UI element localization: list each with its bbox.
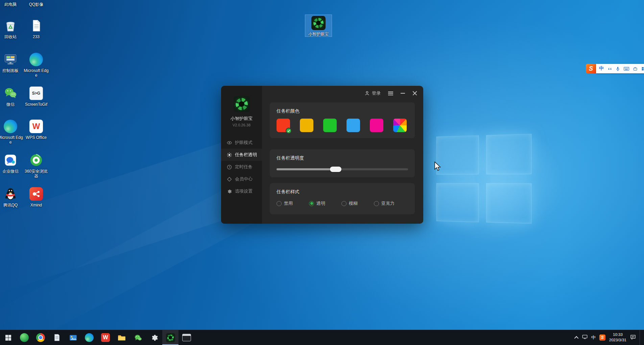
sidebar-item-scheduled-tasks[interactable]: 定时任务 — [221, 161, 262, 173]
eyeguard-app-icon — [166, 333, 175, 342]
desktop-icon-recycle-bin[interactable]: 回收站 — [0, 18, 24, 39]
sogou-logo-icon[interactable]: S — [586, 64, 596, 73]
taskbar-icon-console[interactable] — [178, 330, 195, 345]
ime-mode-indicator[interactable]: 中 — [599, 66, 604, 72]
tray-sogou-icon[interactable]: S — [599, 335, 605, 341]
sidebar-item-taskbar-transparent[interactable]: 任务栏透明 — [221, 149, 262, 161]
taskbar-style-section: 任务栏样式 禁用 透明 模糊 亚克力 — [270, 183, 415, 214]
desktop-icon-xmind[interactable]: Xmind — [23, 187, 50, 207]
sogou-brand-letter: S — [589, 65, 593, 72]
taskbar-icon-wps[interactable]: W — [97, 330, 114, 345]
sidebar-item-label: 护眼模式 — [235, 140, 253, 146]
360-browser-icon — [29, 153, 44, 168]
sun-icon — [227, 152, 232, 157]
desktop-icon-edge-2[interactable]: Microsoft Edge — [0, 119, 24, 145]
desktop-icon-label: 微信 — [0, 102, 24, 107]
desktop-icon-qq-image[interactable]: QQ影像 — [23, 0, 50, 7]
desktop-icon-this-pc[interactable]: 此电脑 — [0, 0, 24, 7]
radio-icon[interactable] — [277, 201, 282, 206]
color-swatch-magenta[interactable] — [370, 119, 383, 132]
radio-option-transparent[interactable]: 透明 — [309, 200, 325, 206]
sogou-toolbar: S 中 — [586, 64, 644, 73]
grid-icon[interactable] — [641, 67, 644, 71]
show-desktop-button[interactable] — [640, 330, 641, 345]
color-swatch-red[interactable] — [277, 119, 290, 132]
app-sidebar: 小智护眼宝 V2.0.26.38 护眼模式 任务栏透明 定时任务 会员中心 选项… — [221, 86, 262, 224]
taskbar-icon-eyeguard[interactable] — [162, 330, 178, 345]
desktop-icon-360-browser[interactable]: 360安全浏览器 — [23, 153, 50, 178]
desktop-icon-label: 控制面板 — [0, 68, 24, 73]
qq-image-icon — [29, 0, 44, 1]
color-swatch-gold[interactable] — [300, 119, 313, 132]
taskbar-icon-photos[interactable] — [65, 330, 81, 345]
document-icon — [29, 18, 44, 33]
desktop-icon-eyeguard[interactable]: 小智护眼宝 — [305, 15, 332, 36]
taskbar-icon-settings[interactable] — [146, 330, 162, 345]
action-center-icon[interactable] — [630, 334, 636, 341]
desktop-icon-wps[interactable]: W WPS Office — [23, 119, 50, 140]
desktop-icon-label: 腾讯QQ — [0, 203, 24, 207]
taskbar-icon-edge[interactable] — [81, 330, 97, 345]
taskbar-clock[interactable]: 10:33 2023/3/31 — [609, 332, 626, 343]
radio-option-blur[interactable]: 模糊 — [341, 200, 358, 206]
360-safe-icon — [20, 333, 29, 342]
color-swatch-rainbow[interactable] — [393, 119, 407, 132]
sidebar-item-eye-mode[interactable]: 护眼模式 — [221, 137, 262, 149]
windows-logo-pane — [486, 134, 531, 174]
sidebar-item-label: 任务栏透明 — [235, 152, 257, 158]
desktop-icon-wechat[interactable]: 微信 — [0, 86, 24, 107]
toolbox-icon[interactable] — [633, 67, 638, 71]
slider-track[interactable] — [277, 168, 408, 170]
color-swatch-blue[interactable] — [347, 119, 360, 132]
radio-label: 透明 — [316, 200, 325, 206]
desktop-icon-wecom[interactable]: 企业微信 — [0, 153, 24, 174]
console-icon — [182, 334, 191, 341]
app-name: 小智护眼宝 — [221, 116, 262, 122]
keyboard-icon[interactable] — [624, 67, 629, 71]
style-radio-group: 禁用 透明 模糊 亚克力 — [277, 200, 408, 206]
microphone-icon[interactable] — [616, 67, 620, 71]
taskbar-icon-browser[interactable] — [32, 330, 49, 345]
radio-icon[interactable] — [341, 201, 347, 206]
app-logo-icon — [234, 96, 250, 113]
desktop-icon-control-panel[interactable]: 控制面板 — [0, 52, 24, 73]
sidebar-item-options[interactable]: 选项设置 — [221, 185, 262, 197]
tray-display-icon[interactable] — [582, 335, 588, 341]
taskbar-icon-360safe[interactable] — [16, 330, 32, 345]
radio-label: 亚克力 — [381, 200, 395, 206]
selected-check-icon — [286, 128, 292, 134]
taskbar-icon-file-explorer[interactable] — [114, 330, 130, 345]
start-button[interactable] — [0, 330, 16, 345]
taskbar-icon-notepad[interactable] — [49, 330, 65, 345]
this-pc-icon — [3, 0, 18, 1]
slider-thumb[interactable] — [330, 167, 341, 172]
radio-option-acrylic[interactable]: 亚克力 — [374, 200, 395, 206]
desktop-icon-doc-233[interactable]: 233 — [23, 18, 50, 39]
radio-icon[interactable] — [374, 201, 379, 206]
section-title: 任务栏透明度 — [277, 149, 408, 161]
radio-icon-selected[interactable] — [309, 201, 314, 206]
radio-option-disabled[interactable]: 禁用 — [277, 200, 293, 206]
radio-label: 模糊 — [349, 200, 358, 206]
sidebar-item-member-center[interactable]: 会员中心 — [221, 173, 262, 185]
taskbar-opacity-section: 任务栏透明度 — [270, 149, 415, 177]
wps-glyph: W — [32, 122, 40, 131]
color-swatch-green[interactable] — [323, 119, 337, 132]
clock-time: 10:33 — [609, 332, 626, 338]
desktop-icon-label: 企业微信 — [0, 169, 24, 174]
opacity-slider[interactable] — [277, 167, 408, 172]
taskbar-icon-wechat[interactable] — [130, 330, 146, 345]
tray-ime-indicator[interactable]: 中 — [591, 335, 596, 341]
desktop-icon-screentogif[interactable]: S>G ScreenToGif — [23, 86, 50, 107]
desktop-icon-label: QQ影像 — [23, 2, 50, 7]
punctuation-icon[interactable] — [607, 67, 612, 71]
desktop-icon-qq[interactable]: 腾讯QQ — [0, 187, 24, 207]
edge-icon — [3, 119, 18, 134]
mouse-cursor — [434, 162, 442, 172]
browser-icon — [36, 333, 45, 342]
windows-logo-pane — [436, 135, 479, 174]
desktop-icon-edge[interactable]: Microsoft Edge — [23, 52, 50, 78]
control-panel-icon — [3, 52, 18, 67]
sidebar-item-label: 定时任务 — [235, 164, 253, 170]
tray-expand-chevron-icon[interactable] — [574, 336, 579, 340]
